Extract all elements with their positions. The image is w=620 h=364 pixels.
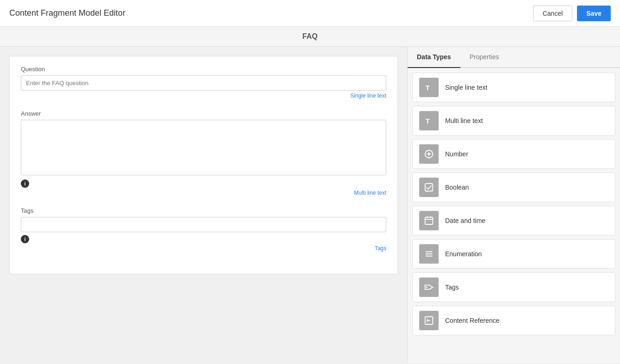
tags-icon [419, 278, 439, 297]
data-type-tags[interactable]: Tags [412, 272, 615, 302]
svg-point-13 [426, 287, 428, 288]
single-line-text-icon: T [419, 78, 439, 97]
page-title: Content Fragment Model Editor [9, 8, 125, 18]
data-types-list: T Single line text T Multi line text [408, 68, 620, 363]
left-panel: Question Single line text Answer i Multi… [0, 47, 407, 363]
multi-line-text-icon: T [419, 111, 439, 130]
svg-text:T: T [426, 84, 430, 92]
svg-text:T: T [426, 117, 430, 125]
tags-input[interactable] [21, 217, 386, 232]
data-type-content-reference[interactable]: Content Reference [412, 306, 615, 335]
content-reference-label: Content Reference [445, 317, 500, 324]
tags-label: Tags [21, 207, 386, 214]
single-line-text-label: Single line text [445, 84, 487, 91]
main-layout: Question Single line text Answer i Multi… [0, 47, 620, 363]
question-label: Question [21, 66, 386, 73]
cancel-button[interactable]: Cancel [533, 6, 573, 21]
data-type-single-line-text[interactable]: T Single line text [412, 73, 615, 102]
save-button[interactable]: Save [577, 6, 611, 21]
boolean-icon [419, 178, 439, 197]
answer-label: Answer [21, 110, 386, 117]
tags-info-icon[interactable]: i [21, 235, 29, 243]
header: Content Fragment Model Editor Cancel Sav… [0, 0, 620, 27]
data-type-multi-line-text[interactable]: T Multi line text [412, 106, 615, 136]
right-panel: Data Types Properties T Single line text… [407, 47, 620, 363]
tabs-header: Data Types Properties [408, 47, 620, 68]
number-label: Number [445, 150, 468, 158]
content-reference-icon [419, 311, 439, 330]
sub-header-title: FAQ [303, 32, 318, 40]
answer-textarea[interactable] [21, 120, 386, 175]
data-type-date-and-time[interactable]: Date and time [412, 206, 615, 235]
question-input[interactable] [21, 75, 386, 91]
form-card: Question Single line text Answer i Multi… [9, 56, 398, 274]
enumeration-label: Enumeration [445, 250, 482, 258]
tags-type-label: Tags [21, 245, 386, 252]
tags-field: Tags i Tags [21, 207, 386, 252]
multi-line-text-label: Multi line text [445, 117, 483, 124]
tab-data-types[interactable]: Data Types [408, 47, 460, 68]
sub-header: FAQ [0, 27, 620, 47]
svg-rect-6 [425, 217, 433, 225]
data-type-number[interactable]: Number [412, 139, 615, 169]
answer-type-label: Multi line text [21, 190, 386, 196]
header-actions: Cancel Save [533, 6, 611, 21]
answer-field: Answer i Multi line text [21, 110, 386, 196]
number-icon [419, 144, 439, 164]
data-type-boolean[interactable]: Boolean [412, 173, 615, 202]
svg-point-15 [427, 320, 428, 321]
answer-info-icon[interactable]: i [21, 179, 29, 188]
date-and-time-icon [419, 211, 439, 230]
question-field: Question Single line text [21, 66, 386, 99]
enumeration-icon [419, 244, 439, 264]
question-type-label: Single line text [21, 93, 386, 99]
svg-rect-5 [425, 184, 433, 191]
date-and-time-label: Date and time [445, 217, 485, 224]
data-type-enumeration[interactable]: Enumeration [412, 239, 615, 269]
tags-dt-label: Tags [445, 284, 459, 291]
tab-properties[interactable]: Properties [460, 47, 508, 68]
boolean-label: Boolean [445, 184, 469, 191]
